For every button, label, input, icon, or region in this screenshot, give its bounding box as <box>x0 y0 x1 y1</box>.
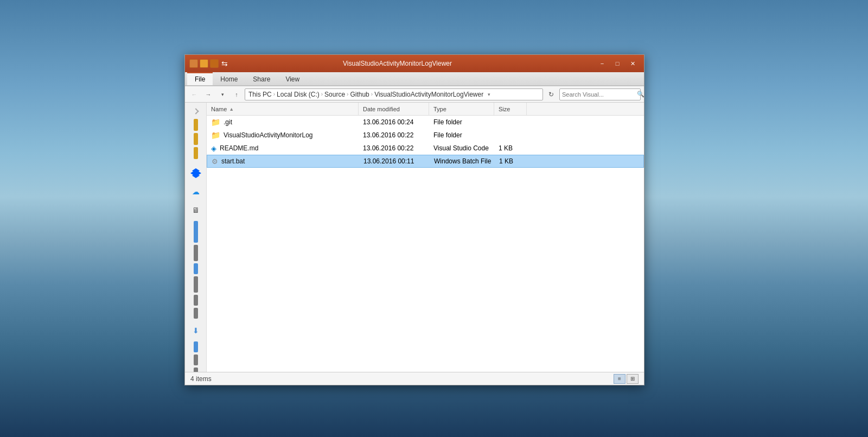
tab-view[interactable]: View <box>278 72 307 85</box>
breadcrumb-sep-1: › <box>273 91 275 97</box>
breadcrumb-sep-3: › <box>347 91 348 97</box>
col-header-date[interactable]: Date modified <box>359 103 429 115</box>
file-name-cell: 📁 .git <box>207 116 359 129</box>
sidebar-item-gray6 <box>194 368 198 372</box>
sidebar-folder-2 <box>194 133 198 145</box>
file-icon-vsactivitylog: 📁 <box>211 131 220 140</box>
file-name-git: .git <box>224 118 232 126</box>
breadcrumb-sep-4: › <box>371 91 373 97</box>
details-view-button[interactable]: ≡ <box>614 374 626 384</box>
breadcrumb-local-disk[interactable]: Local Disk (C:) <box>277 91 320 98</box>
file-name-startbat: start.bat <box>221 157 245 165</box>
file-name-cell: ⚙ start.bat <box>207 155 359 167</box>
close-button[interactable]: ✕ <box>626 58 640 69</box>
sidebar-item-gray4 <box>194 308 198 319</box>
col-header-name[interactable]: Name ▲ <box>207 103 359 115</box>
col-header-name-label: Name <box>211 106 227 112</box>
breadcrumb-this-pc[interactable]: This PC <box>248 91 272 98</box>
file-name-readme: README.md <box>220 144 258 152</box>
file-size-startbat: 1 KB <box>495 155 527 167</box>
breadcrumb-bar[interactable]: This PC › Local Disk (C:) › Source › Git… <box>245 88 543 100</box>
file-row-vsactivitylog[interactable]: 📁 VisualStudioActivityMonitorLog 13.06.2… <box>207 129 644 142</box>
ribbon-tab-bar: File Home Share View <box>185 72 644 86</box>
title-bar: ⇆ VisualStudioActivityMonitorLogViewer −… <box>185 55 644 72</box>
file-type-readme: Visual Studio Code <box>429 142 494 155</box>
ribbon: File Home Share View <box>185 72 644 86</box>
address-bar: ← → ▾ ↑ This PC › Local Disk (C:) › Sour… <box>185 86 644 103</box>
item-count: 4 items <box>190 375 212 383</box>
file-size-vsactivitylog <box>494 129 527 142</box>
sidebar-item-gray2 <box>194 276 198 293</box>
tab-share[interactable]: Share <box>245 72 278 85</box>
file-list-header: Name ▲ Date modified Type Size <box>207 103 644 116</box>
col-header-size-label: Size <box>499 106 510 112</box>
breadcrumb-github[interactable]: Github <box>350 91 369 98</box>
sidebar-item-blue3 <box>194 341 198 352</box>
up-button[interactable]: ↑ <box>231 88 242 100</box>
search-box[interactable]: 🔍 <box>559 88 641 100</box>
col-header-size[interactable]: Size <box>494 103 527 115</box>
window-title: VisualStudioActivityMonitorLogViewer <box>200 60 595 67</box>
sort-arrow-icon: ▲ <box>229 106 234 112</box>
sidebar-expand-icon <box>190 107 201 118</box>
sidebar-item-gray5 <box>194 354 198 365</box>
breadcrumb-sep-2: › <box>321 91 323 97</box>
file-icon-git: 📁 <box>211 118 220 126</box>
tab-file[interactable]: File <box>187 72 213 85</box>
breadcrumb-source[interactable]: Source <box>324 91 345 98</box>
app-icon-1 <box>189 59 198 68</box>
vscode-icon: ◈ <box>211 144 216 153</box>
window-controls: − □ ✕ <box>595 58 640 69</box>
thumbnail-view-button[interactable]: ⊞ <box>627 374 639 384</box>
file-date-readme: 13.06.2016 00:22 <box>359 142 429 155</box>
sidebar-monitor-icon[interactable]: 🖥 <box>187 201 205 219</box>
sidebar: ☁ 🖥 ⬇ ▾ <box>185 103 207 372</box>
sidebar-folder-3 <box>194 147 198 159</box>
file-list-area: Name ▲ Date modified Type Size 📁 .git 13… <box>207 103 644 372</box>
file-type-git: File folder <box>429 116 494 129</box>
file-date-startbat: 13.06.2016 00:11 <box>359 155 430 167</box>
file-icon-readme: ◈ <box>211 144 216 153</box>
tab-home[interactable]: Home <box>213 72 245 85</box>
status-bar: 4 items ≡ ⊞ <box>185 372 644 385</box>
file-list: 📁 .git 13.06.2016 00:24 File folder 📁 Vi… <box>207 116 644 372</box>
explorer-window: ⇆ VisualStudioActivityMonitorLogViewer −… <box>184 54 644 385</box>
file-type-startbat: Windows Batch File <box>430 155 495 167</box>
sidebar-item-blue <box>194 221 198 243</box>
file-icon-startbat: ⚙ <box>212 157 218 166</box>
col-header-date-label: Date modified <box>363 106 400 112</box>
file-size-git <box>494 116 527 129</box>
file-size-readme: 1 KB <box>494 142 527 155</box>
folder-icon: 📁 <box>211 118 220 126</box>
col-header-type-label: Type <box>433 106 446 112</box>
file-row-readme[interactable]: ◈ README.md 13.06.2016 00:22 Visual Stud… <box>207 142 644 155</box>
content-area: ☁ 🖥 ⬇ ▾ <box>185 103 644 372</box>
sidebar-dropbox-icon[interactable] <box>187 164 205 182</box>
sidebar-item-gray <box>194 245 198 261</box>
search-input[interactable] <box>562 91 637 98</box>
file-row-git[interactable]: 📁 .git 13.06.2016 00:24 File folder <box>207 116 644 129</box>
maximize-button[interactable]: □ <box>610 58 624 69</box>
file-name-vsactivitylog: VisualStudioActivityMonitorLog <box>224 131 313 139</box>
recent-locations-button[interactable]: ▾ <box>216 88 228 100</box>
breadcrumb-folder[interactable]: VisualStudioActivityMonitorLogViewer <box>374 91 483 98</box>
search-icon[interactable]: 🔍 <box>637 91 644 98</box>
file-row-startbat[interactable]: ⚙ start.bat 13.06.2016 00:11 Windows Bat… <box>207 155 644 168</box>
sidebar-item-gray3 <box>194 295 198 306</box>
file-date-vsactivitylog: 13.06.2016 00:22 <box>359 129 429 142</box>
refresh-button[interactable]: ↻ <box>545 88 557 100</box>
file-name-cell: ◈ README.md <box>207 142 359 155</box>
forward-button[interactable]: → <box>202 88 214 100</box>
minimize-button[interactable]: − <box>595 58 609 69</box>
sidebar-item-blue2 <box>194 263 198 274</box>
file-date-git: 13.06.2016 00:24 <box>359 116 429 129</box>
sidebar-folder-1 <box>194 119 198 131</box>
sidebar-cloud-icon[interactable]: ☁ <box>187 183 205 200</box>
bat-icon: ⚙ <box>212 157 218 166</box>
col-header-type[interactable]: Type <box>429 103 494 115</box>
back-button[interactable]: ← <box>188 88 200 100</box>
folder-icon: 📁 <box>211 131 220 140</box>
sidebar-download-icon[interactable]: ⬇ <box>187 322 205 339</box>
file-name-cell: 📁 VisualStudioActivityMonitorLog <box>207 129 359 142</box>
breadcrumb-dropdown-btn[interactable]: ▾ <box>484 90 493 99</box>
